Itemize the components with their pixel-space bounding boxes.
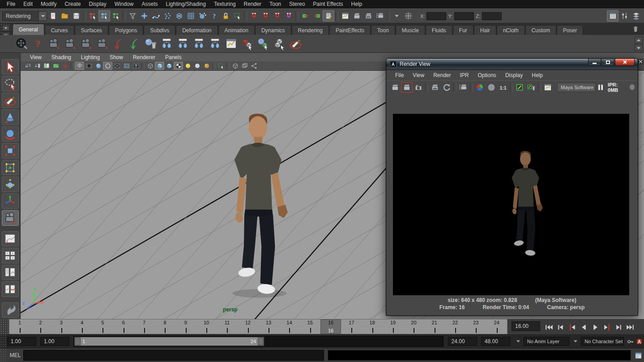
- camera-tilt-icon[interactable]: [78, 36, 94, 52]
- snap-magnet-curve-icon[interactable]: [260, 10, 271, 22]
- shelf-tab-poser[interactable]: Poser: [557, 25, 583, 35]
- chevron-down-icon[interactable]: [571, 337, 580, 345]
- timeline-frame-2[interactable]: 2: [30, 319, 51, 334]
- render-view-menu-ipr[interactable]: IPR: [456, 72, 473, 78]
- scroll-up-icon[interactable]: [635, 37, 643, 43]
- shelf-tab-dynamics[interactable]: Dynamics: [255, 25, 291, 35]
- menu-texturing[interactable]: Texturing: [210, 0, 240, 9]
- timeline-frame-9[interactable]: 9: [175, 319, 196, 334]
- alpha-channel-icon[interactable]: [486, 82, 497, 93]
- use-all-lights-icon[interactable]: [183, 62, 192, 70]
- playback-start-field[interactable]: 1.00: [40, 337, 69, 346]
- shelf-tab-rendering[interactable]: Rendering: [292, 25, 329, 35]
- ipr-render-icon[interactable]: IPR: [363, 10, 374, 22]
- texture-node-icon[interactable]: [191, 36, 207, 52]
- move-tool[interactable]: [2, 109, 19, 125]
- transform-mode-icon[interactable]: [402, 10, 414, 22]
- playback-end-field[interactable]: 24.00: [448, 337, 477, 346]
- soft-modification-tool[interactable]: [2, 177, 19, 192]
- timeline-frame-1[interactable]: 1: [9, 319, 30, 334]
- shading-network-icon[interactable]: [175, 36, 191, 52]
- attribute-editor-toggle-icon[interactable]: [630, 10, 642, 22]
- snap-magnet-point-icon[interactable]: [271, 10, 283, 22]
- multi-pane-icon[interactable]: [240, 62, 249, 70]
- set-key-icon[interactable]: [626, 337, 635, 346]
- timeline-frame-18[interactable]: 18: [362, 319, 383, 334]
- delete-unused-nodes-icon[interactable]: [142, 36, 158, 52]
- field-chart-icon[interactable]: [103, 62, 112, 70]
- shelf-tab-painteffects[interactable]: PaintEffects: [329, 25, 371, 35]
- snapshot-icon[interactable]: [413, 82, 424, 93]
- timeline-frame-23[interactable]: 23: [465, 319, 486, 334]
- menu-render[interactable]: Render: [240, 0, 265, 9]
- timeline-frame-24[interactable]: 24: [486, 319, 507, 334]
- renderer-selector[interactable]: Maya Software: [557, 83, 596, 92]
- menu-edit[interactable]: Edit: [19, 0, 37, 9]
- assign-material-icon[interactable]: [239, 36, 255, 52]
- menu-create[interactable]: Create: [60, 0, 85, 9]
- render-view-menu-file[interactable]: File: [391, 72, 408, 78]
- shelf-tab-general[interactable]: General: [13, 24, 44, 35]
- select-hierarchy-icon[interactable]: [87, 10, 98, 22]
- panel-menu-lighting[interactable]: Lighting: [76, 54, 105, 60]
- timeline-frame-8[interactable]: 8: [154, 319, 175, 334]
- time-slider[interactable]: 1234567891011121314151616171819202122232…: [9, 319, 508, 334]
- rotate-tool[interactable]: [2, 126, 19, 142]
- timeline-frame-6[interactable]: 6: [113, 319, 134, 334]
- timeline-frame-20[interactable]: 20: [403, 319, 424, 334]
- paint-selection-tool[interactable]: [2, 93, 19, 108]
- utility-node-icon[interactable]: [207, 36, 223, 52]
- menu-toon[interactable]: Toon: [265, 0, 285, 9]
- zoom-1-1-icon[interactable]: 1:1: [497, 82, 509, 93]
- range-start-handle[interactable]: [75, 337, 81, 345]
- panel-menu-view[interactable]: View: [25, 54, 47, 60]
- z-input[interactable]: [482, 12, 502, 20]
- shelf-tab-deformation[interactable]: Deformation: [176, 25, 218, 35]
- universal-manipulator-tool[interactable]: [2, 160, 19, 175]
- timeline-frame-4[interactable]: 4: [72, 319, 92, 334]
- command-feedback-area[interactable]: [328, 350, 631, 361]
- play-backwards-button[interactable]: [578, 321, 589, 333]
- shelf-tab-ncloth[interactable]: nCloth: [497, 25, 525, 35]
- drag-handle[interactable]: [0, 349, 7, 362]
- bookmark-icon[interactable]: [42, 62, 51, 70]
- timeline-frame-15[interactable]: 15: [300, 319, 320, 334]
- textured-lights-icon[interactable]: [202, 62, 211, 70]
- play-forwards-button[interactable]: [589, 321, 601, 333]
- open-scene-icon[interactable]: [59, 10, 70, 22]
- lasso-select-tool[interactable]: [2, 76, 19, 91]
- timeline-frame-7[interactable]: 7: [134, 319, 154, 334]
- x-input[interactable]: [426, 12, 446, 20]
- textured-icon[interactable]: [174, 62, 183, 70]
- go-to-start-button[interactable]: [543, 321, 554, 333]
- timeline-frame-12[interactable]: 12: [238, 319, 258, 334]
- scale-tool[interactable]: [2, 143, 19, 158]
- render-region-icon[interactable]: [457, 82, 469, 93]
- shelf-tab-custom[interactable]: Custom: [525, 25, 556, 35]
- highlight-selection-icon[interactable]: [231, 10, 243, 22]
- timeline-frame-13[interactable]: 13: [258, 319, 279, 334]
- tool-settings-toggle-icon[interactable]: [618, 10, 630, 22]
- smooth-shade-icon[interactable]: [155, 62, 164, 70]
- chevron-down-icon[interactable]: [2, 25, 9, 31]
- keep-image-icon[interactable]: [514, 82, 525, 93]
- chevron-down-icon[interactable]: [38, 12, 47, 21]
- chevron-down-icon[interactable]: [514, 337, 522, 345]
- timeline-frame-11[interactable]: 11: [217, 319, 237, 334]
- panel-close-icon[interactable]: [638, 59, 644, 65]
- last-tool-used[interactable]: [2, 210, 19, 225]
- snap-grid-icon[interactable]: [138, 10, 150, 22]
- render-view-menu-render[interactable]: Render: [429, 72, 455, 78]
- channel-box-toggle-icon[interactable]: [607, 10, 618, 22]
- output-connections-icon[interactable]: [311, 10, 323, 22]
- hypershade-icon[interactable]: [223, 36, 239, 52]
- panel-menu-shading[interactable]: Shading: [47, 54, 76, 60]
- character-set-selector[interactable]: No Character Set: [581, 337, 624, 346]
- timeline-frame-21[interactable]: 21: [424, 319, 445, 334]
- image-plane-icon[interactable]: [51, 62, 60, 70]
- render-view-menu-options[interactable]: Options: [473, 72, 501, 78]
- render-settings-icon[interactable]: [374, 10, 386, 22]
- render-view-menu-view[interactable]: View: [408, 72, 429, 78]
- help-icon[interactable]: ?: [30, 36, 46, 52]
- snap-surface-icon[interactable]: [196, 10, 208, 22]
